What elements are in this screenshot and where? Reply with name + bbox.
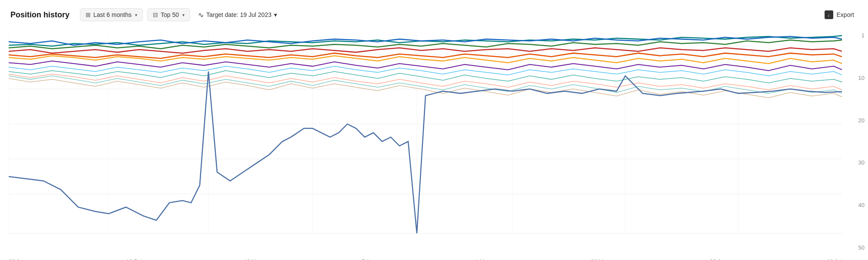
x-label-5: 1 May bbox=[475, 258, 490, 260]
filter2-chevron: ▾ bbox=[182, 13, 185, 17]
y-label-6: 50 bbox=[858, 244, 865, 251]
y-label-1: 1 bbox=[861, 32, 865, 39]
calendar-icon: ⊞ bbox=[86, 11, 91, 18]
y-label-2: 10 bbox=[858, 75, 865, 81]
chart-svg bbox=[9, 32, 842, 251]
top50-filter[interactable]: ⊟ Top 50 ▾ bbox=[147, 8, 190, 21]
export-label: Export bbox=[837, 11, 854, 18]
export-button[interactable]: ↓ Export bbox=[821, 8, 858, 22]
header: Position history ⊞ Last 6 months ▾ ⊟ Top… bbox=[0, 0, 868, 28]
target-chevron: ▾ bbox=[274, 11, 277, 18]
page-title: Position history bbox=[10, 10, 69, 20]
list-icon: ⊟ bbox=[153, 11, 158, 18]
target-label: Target date: 19 Jul 2023 bbox=[206, 11, 271, 18]
last-6-months-filter[interactable]: ⊞ Last 6 months ▾ bbox=[80, 8, 143, 21]
x-label-2: 16 Feb bbox=[126, 258, 143, 260]
x-label-1: 23 Jan bbox=[9, 258, 26, 260]
y-label-5: 40 bbox=[858, 202, 865, 208]
filter2-label: Top 50 bbox=[161, 11, 179, 18]
x-label-4: 7 Apr bbox=[362, 258, 375, 260]
main-container: Position history ⊞ Last 6 months ▾ ⊟ Top… bbox=[0, 0, 868, 260]
x-label-3: 13 Mar bbox=[244, 258, 261, 260]
x-axis-labels: 23 Jan 16 Feb 13 Mar 7 Apr 1 May 26 May … bbox=[9, 258, 842, 260]
chart-area: 23 Jan 16 Feb 13 Mar 7 Apr 1 May 26 May … bbox=[0, 28, 868, 260]
y-label-4: 30 bbox=[858, 159, 865, 166]
trend-icon: ∿ bbox=[198, 11, 204, 19]
y-axis-labels: 1 10 20 30 40 50 bbox=[858, 32, 865, 251]
filter1-chevron: ▾ bbox=[135, 13, 137, 17]
filter1-label: Last 6 months bbox=[93, 11, 132, 18]
x-label-7: 23 Jun bbox=[710, 258, 726, 260]
target-date-filter[interactable]: ∿ Target date: 19 Jul 2023 ▾ bbox=[195, 8, 281, 22]
export-icon: ↓ bbox=[825, 10, 833, 19]
y-label-3: 20 bbox=[858, 117, 865, 124]
x-label-6: 26 May bbox=[591, 258, 610, 260]
x-label-8: 19 Jul bbox=[827, 258, 842, 260]
